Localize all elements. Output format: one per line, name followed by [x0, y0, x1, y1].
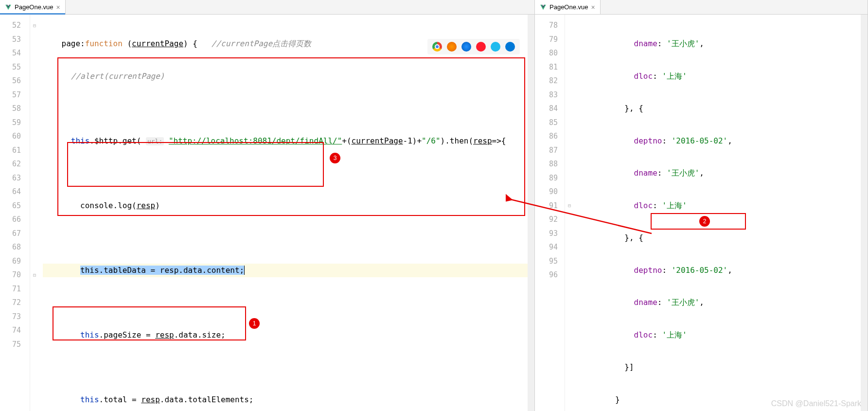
vue-icon — [5, 4, 12, 11]
fold-column-left: ⊟⊟ — [30, 15, 39, 411]
scrollbar-left[interactable] — [528, 15, 534, 411]
close-icon[interactable]: × — [56, 3, 60, 11]
code-area-right[interactable]: dname: '王小虎', dloc: '上海' }, { deptno: '2… — [574, 15, 868, 411]
fold-column-right: ⊟ — [565, 15, 574, 411]
annotation-box-2 — [651, 213, 746, 230]
editor-body-left: 5253545556575859606162636465666768697071… — [0, 15, 534, 411]
firefox-icon[interactable] — [447, 42, 457, 52]
tab-label: PageOne.vue — [549, 3, 588, 11]
tab-pageone-left[interactable]: PageOne.vue × — [0, 0, 66, 14]
editor-body-right: 78798081828384858687888990919293949596 ⊟… — [535, 15, 868, 411]
tab-pageone-right[interactable]: PageOne.vue × — [535, 0, 601, 14]
opera-icon[interactable] — [476, 42, 486, 52]
code-area-left[interactable]: page:function (currentPage) { //currentP… — [39, 15, 534, 411]
scrollbar-right[interactable] — [861, 15, 868, 411]
annotation-badge-2: 2 — [699, 216, 710, 227]
browser-icon-bar — [427, 39, 520, 54]
gutter-right: 78798081828384858687888990919293949596 — [535, 15, 565, 411]
annotation-badge-3: 3 — [330, 153, 340, 163]
ie-icon[interactable] — [491, 42, 500, 52]
editor-pane-left: PageOne.vue × 52535455565758596061626364… — [0, 0, 535, 411]
close-icon[interactable]: × — [591, 3, 595, 11]
tab-label: PageOne.vue — [15, 3, 53, 11]
annotation-badge-1: 1 — [249, 318, 260, 329]
edge-icon[interactable] — [505, 42, 515, 52]
tabs-left: PageOne.vue × — [0, 0, 534, 15]
editor-pane-right: PageOne.vue × 78798081828384858687888990… — [535, 0, 868, 411]
chrome-icon[interactable] — [432, 42, 442, 52]
safari-icon[interactable] — [461, 42, 471, 52]
gutter-left: 5253545556575859606162636465666768697071… — [0, 15, 30, 411]
tabs-right: PageOne.vue × — [535, 0, 868, 15]
vue-icon — [540, 4, 547, 11]
watermark: CSDN @Daniel521-Spark — [771, 399, 861, 408]
